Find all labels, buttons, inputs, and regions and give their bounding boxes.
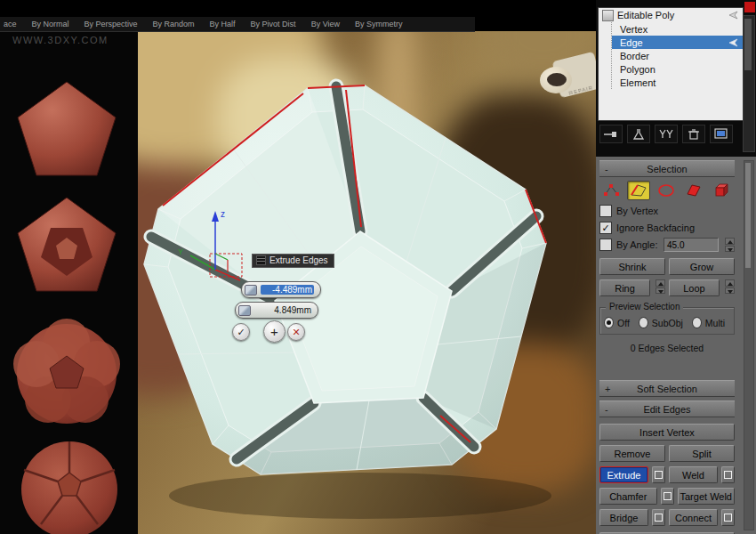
toolbar-item-by-half[interactable]: By Half <box>210 20 236 28</box>
ring-spinner[interactable] <box>655 279 665 294</box>
loop-spinner[interactable] <box>725 279 735 294</box>
extrude-base-width-field[interactable]: 4.849mm <box>235 302 318 319</box>
connect-settings-button[interactable] <box>721 509 735 526</box>
border-mode-icon[interactable] <box>655 181 678 200</box>
perspective-viewport[interactable]: REPAIR <box>138 31 596 534</box>
preview-subobj-label: SubObj <box>652 318 683 328</box>
editable-poly-icon <box>602 10 614 21</box>
by-vertex-label: By Vertex <box>616 206 658 216</box>
preview-multi-label: Multi <box>705 318 725 328</box>
edge-mode-icon[interactable] <box>627 181 650 200</box>
configure-modifier-sets-icon[interactable] <box>710 125 733 143</box>
toolbar-item-ace[interactable]: ace <box>4 20 17 28</box>
show-end-result-icon[interactable] <box>627 125 650 143</box>
application-window: ace By Normal By Perspective By Random B… <box>0 0 756 534</box>
by-angle-spinner[interactable] <box>725 238 735 252</box>
split-button[interactable]: Split <box>669 445 735 462</box>
extrude-base-width-value[interactable]: 4.849mm <box>254 305 311 315</box>
ignore-backfacing-label: Ignore Backfacing <box>616 222 695 233</box>
remove-button[interactable]: Remove <box>599 445 665 462</box>
toolbar-item-by-view[interactable]: By View <box>311 20 340 28</box>
ring-button[interactable]: Ring <box>599 279 650 296</box>
gizmo-y-label: Y <box>178 247 183 256</box>
vertex-mode-icon[interactable] <box>599 181 623 200</box>
toolbar-item-by-normal[interactable]: By Normal <box>32 20 69 28</box>
stack-item-edge[interactable]: Edge <box>612 36 743 49</box>
preview-selection-group: Preview Selection Off SubObj Multi <box>599 307 735 335</box>
toolbar-item-by-perspective[interactable]: By Perspective <box>84 20 138 28</box>
stack-item-border[interactable]: Border <box>612 49 743 62</box>
subobject-mode-row <box>599 181 735 200</box>
command-panel-rollouts: - Selection <box>596 157 756 534</box>
extrude-button[interactable]: Extrude <box>599 466 648 483</box>
caddy-grip-icon <box>256 255 266 265</box>
caddy-ok-button[interactable]: ✓ <box>232 323 250 341</box>
polygon-mode-icon[interactable] <box>682 181 705 200</box>
bridge-settings-button[interactable] <box>652 509 665 526</box>
by-angle-checkbox[interactable] <box>599 239 612 251</box>
toolbar-item-by-random[interactable]: By Random <box>153 20 195 28</box>
caddy-apply-button[interactable]: + <box>263 320 286 343</box>
remove-modifier-icon[interactable] <box>682 125 705 143</box>
gizmo-z-label: z <box>221 209 225 219</box>
modifier-stack-area: Editable Poly Vertex Edge Border Polygon <box>596 0 756 157</box>
stack-row-arrow-icon <box>728 38 739 47</box>
by-angle-label: By Angle: <box>616 239 657 250</box>
selection-rollout-header[interactable]: - Selection <box>599 160 735 177</box>
caddy-title[interactable]: Extrude Edges <box>252 254 334 268</box>
stack-item-polygon[interactable]: Polygon <box>612 62 743 76</box>
stack-item-vertex[interactable]: Vertex <box>612 22 743 36</box>
make-unique-icon[interactable] <box>655 125 678 143</box>
preview-subobj-radio[interactable] <box>639 317 648 328</box>
command-panel: Editable Poly Vertex Edge Border Polygon <box>596 0 756 534</box>
element-mode-icon[interactable] <box>710 181 733 200</box>
extrude-height-value[interactable]: -4.489mm <box>261 285 314 295</box>
preview-selection-title: Preview Selection <box>606 302 683 312</box>
edit-edges-rollout-header[interactable]: - Edit Edges <box>599 400 735 417</box>
thumbnail-pentagon-ball[interactable] <box>21 441 117 534</box>
preview-off-radio[interactable] <box>604 317 614 328</box>
selection-rollout-title: Selection <box>647 164 687 174</box>
shrink-button[interactable]: Shrink <box>599 258 665 275</box>
extrude-base-width-icon <box>238 305 251 316</box>
ignore-backfacing-checkbox[interactable]: ✓ <box>599 222 612 234</box>
extrude-settings-button[interactable] <box>652 466 665 483</box>
gizmo-z-arrowhead <box>212 211 219 222</box>
target-weld-button[interactable]: Target Weld <box>678 488 736 505</box>
stack-item-element[interactable]: Element <box>612 76 743 89</box>
top-toolbar: ace By Normal By Perspective By Random B… <box>0 17 475 32</box>
extrude-height-field[interactable]: -4.489mm <box>241 281 321 298</box>
preview-off-label: Off <box>617 318 630 328</box>
weld-button[interactable]: Weld <box>669 466 718 483</box>
panel-scrollbar[interactable] <box>744 160 754 530</box>
thumbnail-sidebar: WWW.3DXY.COM <box>0 31 138 534</box>
soft-selection-rollout-header[interactable]: + Soft Selection <box>599 380 735 397</box>
stack-item-editable-poly[interactable]: Editable Poly <box>599 8 743 22</box>
toolbar-item-by-symmetry[interactable]: By Symmetry <box>355 20 403 28</box>
watermark-text: WWW.3DXY.COM <box>12 35 109 45</box>
stack-root-label: Editable Poly <box>617 10 674 20</box>
loop-button[interactable]: Loop <box>669 279 720 296</box>
modifier-stack: Editable Poly Vertex Edge Border Polygon <box>598 7 744 121</box>
grow-button[interactable]: Grow <box>669 258 735 275</box>
thumbnail-strip <box>0 67 138 534</box>
pin-stack-icon[interactable] <box>599 125 623 143</box>
by-angle-field[interactable]: 45.0 <box>664 238 719 252</box>
preview-multi-radio[interactable] <box>692 317 702 328</box>
connect-button[interactable]: Connect <box>669 509 718 526</box>
stack-scrollbar[interactable] <box>743 15 755 152</box>
edit-edges-title: Edit Edges <box>643 404 690 415</box>
chamfer-settings-button[interactable] <box>661 488 674 505</box>
thumbnail-pentagon-flat[interactable] <box>18 82 116 175</box>
record-indicator <box>744 2 755 12</box>
toolbar-item-by-pivot-dist[interactable]: By Pivot Dist <box>251 20 296 28</box>
weld-settings-button[interactable] <box>721 466 735 483</box>
selection-status: 0 Edges Selected <box>599 343 735 353</box>
bridge-button[interactable]: Bridge <box>599 509 648 526</box>
insert-vertex-button[interactable]: Insert Vertex <box>599 424 735 441</box>
chamfer-button[interactable]: Chamfer <box>599 488 657 505</box>
thumbnail-pentagon-rounded[interactable] <box>13 319 120 424</box>
by-vertex-checkbox[interactable] <box>599 205 612 217</box>
thumbnail-pentagon-inset[interactable] <box>18 198 116 291</box>
caddy-cancel-button[interactable]: ✕ <box>287 323 305 341</box>
